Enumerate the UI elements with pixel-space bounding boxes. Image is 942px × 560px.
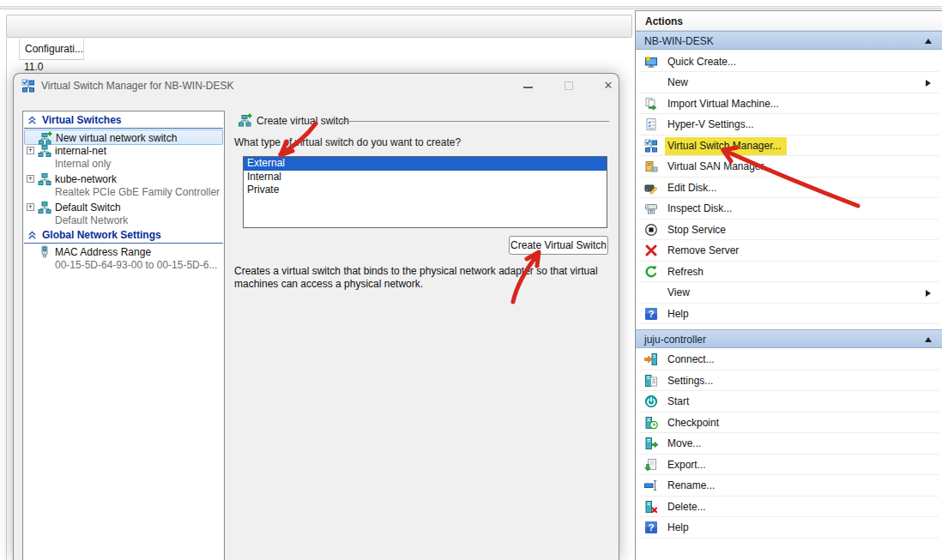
virtual-switch-manager-icon — [21, 79, 35, 93]
action-checkpoint[interactable]: Checkpoint — [639, 412, 939, 434]
help-icon: ? — [644, 307, 658, 321]
configuration-version-cell: 11.0 — [24, 61, 43, 73]
background-toolbar-edge — [0, 6, 942, 9]
action-label: Move... — [667, 437, 701, 449]
tree-item-label: Default Switch — [55, 202, 121, 214]
tree-item-subtitle: Internal only — [55, 158, 111, 170]
action-help[interactable]: ? Help — [639, 304, 939, 325]
vm-settings-icon — [644, 374, 658, 388]
expand-icon[interactable] — [27, 147, 34, 154]
actions-panel-title: Actions — [636, 11, 942, 31]
minimize-icon — [523, 87, 533, 88]
delete-icon — [644, 500, 658, 514]
action-label: Virtual SAN Manager... — [667, 160, 772, 172]
actions-section-nb-win-desk[interactable]: NB-WIN-DESK — [636, 31, 942, 50]
virtual-switch-manager-dialog: Virtual Switch Manager for NB-WIN-DESK V… — [13, 73, 619, 560]
background-list-header-band — [6, 15, 632, 38]
collapse-icon[interactable] — [925, 337, 932, 342]
virtual-switch-icon — [38, 172, 51, 186]
action-remove-server[interactable]: Remove Server — [639, 240, 939, 262]
virtual-switch-icon — [38, 201, 51, 214]
background-pane-divider — [6, 38, 7, 560]
section-divider — [24, 128, 223, 129]
action-view[interactable]: View — [639, 282, 939, 304]
group-rule — [341, 121, 609, 122]
action-virtual-san-manager[interactable]: Virtual SAN Manager... — [639, 156, 939, 178]
virtual-switch-icon — [38, 144, 51, 158]
tree-item-default-switch[interactable]: Default Switch — [24, 200, 223, 215]
tree-item-internal-net[interactable]: internal-net — [24, 143, 223, 159]
actions-section-label: NB-WIN-DESK — [644, 35, 714, 47]
hyperv-settings-icon — [644, 117, 658, 131]
create-virtual-switch-button[interactable]: Create Virtual Switch — [509, 236, 608, 255]
action-label: Delete... — [667, 501, 706, 513]
option-private[interactable]: Private — [244, 184, 607, 197]
action-inspect-disk[interactable]: Inspect Disk... — [639, 198, 939, 220]
collapse-icon[interactable] — [925, 39, 932, 44]
minimize-button[interactable] — [518, 78, 537, 93]
action-edit-disk[interactable]: Edit Disk... — [639, 178, 939, 199]
action-connect[interactable]: Connect... — [639, 349, 939, 370]
quick-create-icon — [644, 55, 658, 69]
action-delete[interactable]: Delete... — [639, 497, 939, 518]
tree-section-virtual-switches[interactable]: Virtual Switches — [23, 113, 224, 128]
close-icon — [599, 78, 618, 93]
actions-panel: Actions NB-WIN-DESK Quick Create... New … — [635, 10, 942, 560]
connect-icon — [644, 352, 658, 366]
option-internal[interactable]: Internal — [244, 171, 607, 184]
expand-icon[interactable] — [27, 203, 34, 211]
tree-item-kube-network[interactable]: kube-network — [24, 172, 223, 187]
action-move[interactable]: Move... — [639, 433, 939, 455]
refresh-icon — [644, 265, 658, 279]
action-stop-service[interactable]: Stop Service — [639, 220, 939, 241]
virtual-san-manager-icon — [644, 160, 658, 173]
dialog-titlebar[interactable]: Virtual Switch Manager for NB-WIN-DESK — [14, 74, 619, 98]
hyper-v-manager-screen: Configurati... 11.0 Virtual Switch Manag… — [0, 0, 942, 560]
section-divider — [24, 243, 223, 244]
stop-service-icon — [644, 223, 658, 237]
action-label: Export... — [667, 459, 706, 471]
action-hyperv-settings[interactable]: Hyper-V Settings... — [639, 114, 939, 135]
column-header-configuration[interactable]: Configurati... — [19, 39, 84, 60]
maximize-icon — [565, 81, 573, 90]
action-quick-create[interactable]: Quick Create... — [639, 51, 939, 73]
action-start[interactable]: Start — [639, 391, 939, 412]
actions-section-juju-controller[interactable]: juju-controller — [636, 329, 942, 348]
tree-section-global-network-settings[interactable]: Global Network Settings — [23, 228, 224, 243]
submenu-arrow-icon — [926, 290, 931, 297]
option-external[interactable]: External — [244, 157, 607, 171]
action-settings[interactable]: Settings... — [639, 370, 939, 392]
inspect-disk-icon — [644, 202, 658, 215]
action-label: Remove Server — [667, 244, 739, 256]
action-export[interactable]: Export... — [639, 455, 939, 476]
action-label: Rename... — [667, 479, 715, 491]
action-new[interactable]: New — [639, 72, 939, 93]
action-rename[interactable]: Rename... — [639, 475, 939, 497]
tree-item-mac-address-range[interactable]: MAC Address Range — [24, 244, 223, 260]
tree-section-label: Global Network Settings — [42, 229, 161, 241]
action-label: Help — [667, 308, 689, 320]
maximize-button[interactable] — [559, 78, 578, 93]
start-icon — [644, 394, 658, 408]
tree-item-label: internal-net — [55, 145, 106, 157]
tree-item-label: New virtual network switch — [56, 132, 177, 144]
switch-type-description: Creates a virtual switch that binds to t… — [234, 265, 627, 291]
tree-item-subtitle: 00-15-5D-64-93-00 to 00-15-5D-6... — [55, 259, 217, 271]
action-help-juju[interactable]: ? Help — [639, 517, 939, 539]
annotation-highlighted-label: Virtual Switch Manager... — [665, 137, 787, 155]
action-refresh[interactable]: Refresh — [639, 262, 939, 283]
action-label: Edit Disk... — [667, 182, 716, 194]
group-title: Create virtual switch — [257, 115, 349, 127]
svg-text:?: ? — [648, 522, 654, 533]
action-label: Checkpoint — [667, 417, 719, 429]
checkpoint-icon — [644, 416, 658, 430]
action-import-virtual-machine[interactable]: Import Virtual Machine... — [639, 93, 939, 115]
close-button[interactable] — [599, 78, 618, 93]
chevron-double-up-icon — [27, 230, 38, 241]
expand-icon[interactable] — [27, 175, 34, 183]
virtual-switch-manager-icon — [644, 139, 658, 153]
action-virtual-switch-manager[interactable]: Virtual Switch Manager... — [639, 135, 939, 157]
action-label: Help — [667, 521, 689, 533]
switch-type-listbox: External Internal Private — [243, 156, 607, 228]
action-label: Hyper-V Settings... — [667, 118, 754, 130]
